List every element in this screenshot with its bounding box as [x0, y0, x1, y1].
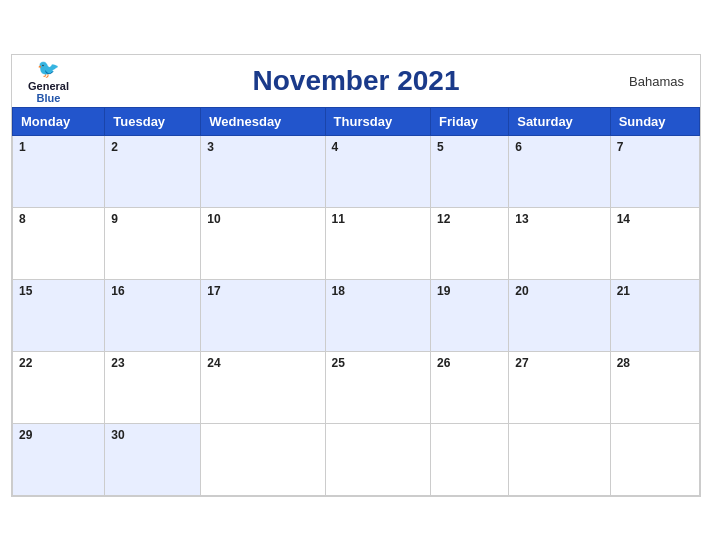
calendar-day-cell: 9 [105, 207, 201, 279]
weekday-header-row: Monday Tuesday Wednesday Thursday Friday… [13, 107, 700, 135]
calendar-day-cell: 11 [325, 207, 430, 279]
calendar-day-cell: 24 [201, 351, 325, 423]
header-thursday: Thursday [325, 107, 430, 135]
calendar-day-cell: 23 [105, 351, 201, 423]
calendar-day-cell: 20 [509, 279, 610, 351]
calendar-day-cell: 2 [105, 135, 201, 207]
logo-blue: Blue [37, 92, 61, 104]
calendar-day-cell: 30 [105, 423, 201, 495]
calendar-week-row: 22232425262728 [13, 351, 700, 423]
calendar-day-cell: 16 [105, 279, 201, 351]
calendar-day-cell [509, 423, 610, 495]
calendar-day-cell: 29 [13, 423, 105, 495]
logo: 🐦 General Blue [28, 57, 69, 103]
calendar-day-cell: 5 [431, 135, 509, 207]
header-sunday: Sunday [610, 107, 699, 135]
country-label: Bahamas [629, 73, 684, 88]
calendar-day-cell [610, 423, 699, 495]
calendar-week-row: 15161718192021 [13, 279, 700, 351]
calendar-day-cell: 1 [13, 135, 105, 207]
header-friday: Friday [431, 107, 509, 135]
calendar-day-cell: 21 [610, 279, 699, 351]
calendar-day-cell: 28 [610, 351, 699, 423]
calendar-day-cell: 26 [431, 351, 509, 423]
calendar-header: 🐦 General Blue November 2021 Bahamas [12, 55, 700, 107]
calendar-day-cell: 10 [201, 207, 325, 279]
calendar-day-cell: 17 [201, 279, 325, 351]
calendar-day-cell: 13 [509, 207, 610, 279]
calendar-day-cell: 27 [509, 351, 610, 423]
header-monday: Monday [13, 107, 105, 135]
calendar-day-cell: 19 [431, 279, 509, 351]
calendar-day-cell [201, 423, 325, 495]
calendar-day-cell: 4 [325, 135, 430, 207]
calendar-day-cell: 22 [13, 351, 105, 423]
calendar-day-cell: 25 [325, 351, 430, 423]
calendar-day-cell: 8 [13, 207, 105, 279]
page-title: November 2021 [252, 65, 459, 97]
calendar: 🐦 General Blue November 2021 Bahamas Mon… [11, 54, 701, 497]
calendar-day-cell: 6 [509, 135, 610, 207]
calendar-day-cell [325, 423, 430, 495]
calendar-grid: Monday Tuesday Wednesday Thursday Friday… [12, 107, 700, 496]
header-tuesday: Tuesday [105, 107, 201, 135]
calendar-day-cell: 12 [431, 207, 509, 279]
calendar-day-cell: 14 [610, 207, 699, 279]
calendar-day-cell [431, 423, 509, 495]
calendar-day-cell: 3 [201, 135, 325, 207]
calendar-day-cell: 18 [325, 279, 430, 351]
calendar-day-cell: 7 [610, 135, 699, 207]
header-saturday: Saturday [509, 107, 610, 135]
logo-general: General [28, 79, 69, 91]
header-wednesday: Wednesday [201, 107, 325, 135]
calendar-week-row: 2930 [13, 423, 700, 495]
calendar-body: 1234567891011121314151617181920212223242… [13, 135, 700, 495]
calendar-week-row: 891011121314 [13, 207, 700, 279]
calendar-week-row: 1234567 [13, 135, 700, 207]
calendar-day-cell: 15 [13, 279, 105, 351]
logo-icon: 🐦 [37, 57, 59, 79]
